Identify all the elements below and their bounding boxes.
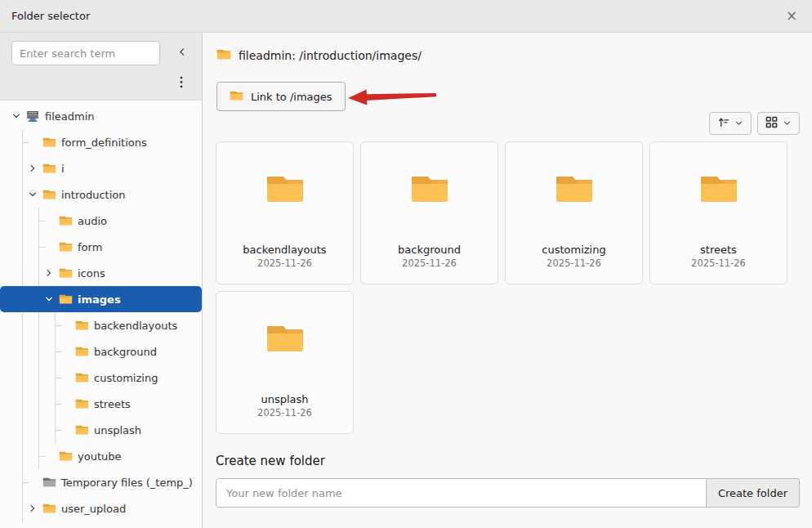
folder-icon [555, 172, 594, 208]
view-toolbar [216, 112, 800, 135]
tree-item-images[interactable]: images [0, 286, 202, 312]
tree-indent-guide [8, 234, 25, 260]
tree-item-streets[interactable]: streets [0, 391, 202, 417]
tree-item-label: customizing [94, 372, 158, 384]
folder-card-unsplash[interactable]: unsplash2025-11-26 [216, 291, 354, 434]
modal-titlebar: Folder selector × [0, 0, 812, 33]
tree-indent-guide [25, 260, 41, 286]
folder-icon [41, 155, 57, 181]
tree-item-form-definitions[interactable]: form_definitions [0, 129, 202, 155]
tree-item-background[interactable]: background [0, 338, 202, 365]
sort-button[interactable] [709, 112, 752, 135]
tree-indent-guide [8, 181, 25, 208]
tree-indent-guide [41, 312, 57, 338]
tree-connector [57, 338, 74, 365]
view-mode-button[interactable] [757, 112, 800, 135]
tree-item-label: i [61, 163, 65, 175]
tree-indent-guide [8, 155, 25, 181]
tree-indent-guide [41, 365, 57, 391]
modal-title: Folder selector [11, 10, 90, 22]
tree-indent-guide [8, 129, 25, 155]
tree-item-label: streets [94, 398, 131, 410]
annotation-arrow-icon [347, 86, 436, 107]
folder-card-name: unsplash [261, 392, 308, 406]
folder-card-backendlayouts[interactable]: backendlayouts2025-11-26 [216, 141, 354, 284]
tree-indent-guide [8, 365, 25, 391]
tree-indent-guide [8, 495, 25, 521]
folder-card-date: 2025-11-26 [547, 257, 601, 269]
sidebar-header [0, 33, 202, 101]
folder-card-date: 2025-11-26 [402, 257, 457, 269]
tree-connector [41, 234, 57, 260]
folder-icon [74, 417, 90, 443]
close-icon[interactable]: × [779, 4, 804, 29]
tree-item-label: fileadmin [45, 110, 95, 123]
folder-icon [57, 443, 74, 469]
tree-item-i[interactable]: i [0, 155, 202, 181]
folder-icon [265, 172, 305, 208]
tree-item-label: background [94, 346, 157, 358]
search-input[interactable] [11, 41, 160, 65]
collapse-sidebar-button[interactable] [171, 43, 192, 63]
create-folder-heading: Create new folder [216, 454, 800, 468]
chevron-down-icon[interactable] [8, 103, 25, 129]
new-folder-name-input[interactable] [216, 478, 707, 508]
tree-item-form[interactable]: form [0, 234, 202, 260]
tree-indent-guide [8, 443, 25, 469]
tree-item-audio[interactable]: audio [0, 208, 202, 234]
tree-item-youtube[interactable]: youtube [0, 443, 202, 469]
tree-indent-guide [25, 338, 41, 365]
chevron-right-icon[interactable] [41, 260, 57, 286]
chevron-down-icon[interactable] [41, 286, 57, 312]
tree-connector [25, 469, 41, 495]
tree-indent-guide [25, 208, 41, 234]
chevron-down-icon[interactable] [25, 181, 41, 208]
grid-view-icon [765, 116, 778, 131]
tree-item-user-upload[interactable]: user_upload [0, 495, 202, 521]
folder-card-customizing[interactable]: customizing2025-11-26 [505, 141, 643, 284]
tree-item-introduction[interactable]: introduction [0, 181, 202, 208]
tree-item-icons[interactable]: icons [0, 260, 202, 286]
tree-indent-guide [25, 443, 41, 469]
tree-item-label: introduction [61, 189, 126, 201]
tree-indent-guide [8, 260, 25, 286]
folder-card-date: 2025-11-26 [691, 257, 746, 269]
tree-options-button[interactable] [171, 74, 192, 93]
folder-card-date: 2025-11-26 [257, 407, 312, 418]
sort-ascending-icon [717, 116, 729, 131]
folder-icon [699, 172, 738, 208]
tree-indent-guide [41, 391, 57, 417]
tree-item-temporary-files-temp[interactable]: Temporary files (_temp_) [0, 469, 202, 495]
chevron-right-icon[interactable] [25, 155, 41, 181]
folder-card-background[interactable]: background2025-11-26 [360, 141, 498, 284]
create-folder-button[interactable]: Create folder [707, 478, 800, 508]
storage-icon [25, 103, 41, 129]
folder-card-name: backendlayouts [243, 243, 326, 257]
chevron-right-icon[interactable] [25, 495, 41, 521]
tree-connector [41, 208, 57, 234]
tree-item-label: Temporary files (_temp_) [61, 477, 193, 489]
folder-card-date: 2025-11-26 [257, 257, 312, 269]
link-to-folder-button[interactable]: Link to /images [216, 82, 346, 111]
tree-connector [57, 365, 74, 391]
tree-indent-guide [25, 286, 41, 312]
link-row: Link to /images [216, 82, 800, 111]
tree-item-customizing[interactable]: customizing [0, 365, 202, 391]
tree-item-fileadmin[interactable]: fileadmin [0, 103, 202, 129]
tree-item-label: user_upload [61, 503, 126, 515]
tree-item-unsplash[interactable]: unsplash [0, 417, 202, 443]
tree-item-label: youtube [78, 450, 121, 463]
tree-connector [57, 312, 74, 338]
tree-connector [25, 129, 41, 155]
chevron-left-icon [176, 47, 187, 60]
tree-item-backendlayouts[interactable]: backendlayouts [0, 312, 202, 338]
tree-indent-guide [41, 417, 57, 443]
folder-tree: fileadminform_definitionsiintroductionau… [0, 101, 202, 528]
folder-card-streets[interactable]: streets2025-11-26 [649, 141, 787, 284]
tree-indent-guide [25, 391, 41, 417]
tree-item-label: audio [78, 215, 107, 227]
create-folder-form: Create folder [216, 478, 800, 508]
folder-icon [74, 391, 90, 417]
folder-selector-modal: Folder selector × [0, 0, 812, 528]
link-button-label: Link to /images [251, 91, 332, 103]
